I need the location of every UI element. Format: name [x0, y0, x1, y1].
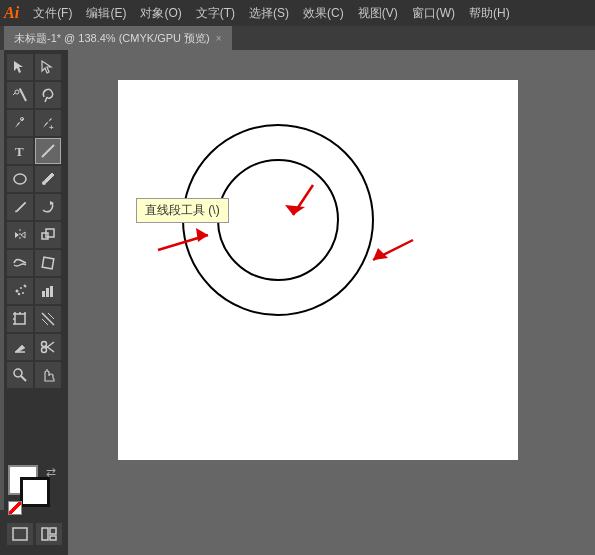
warp-tool-button[interactable] [7, 250, 33, 276]
tab-bar: 未标题-1* @ 138.4% (CMYK/GPU 预览) × [0, 26, 595, 50]
tool-row-pen: + [7, 110, 61, 136]
swap-colors-button[interactable]: ⇄ [46, 465, 60, 479]
title-bar: Ai 文件(F) 编辑(E) 对象(O) 文字(T) 选择(S) 效果(C) 视… [0, 0, 595, 26]
active-tab[interactable]: 未标题-1* @ 138.4% (CMYK/GPU 预览) × [4, 26, 232, 50]
lasso-tool-button[interactable] [35, 82, 61, 108]
svg-point-8 [14, 174, 26, 184]
svg-rect-13 [42, 257, 54, 269]
svg-rect-11 [42, 233, 48, 239]
change-screen-mode-button[interactable] [7, 523, 33, 545]
add-anchor-tool-button[interactable]: + [35, 110, 61, 136]
none-swatch[interactable] [8, 501, 22, 515]
scissors-tool-button[interactable] [35, 334, 61, 360]
menu-view[interactable]: 视图(V) [352, 3, 404, 24]
tool-row-eraser [7, 334, 61, 360]
svg-text:T: T [15, 144, 24, 159]
selection-tool-button[interactable] [7, 54, 33, 80]
direct-selection-tool-button[interactable] [35, 54, 61, 80]
svg-point-9 [42, 181, 46, 185]
svg-line-35 [46, 346, 54, 352]
svg-line-30 [42, 319, 48, 325]
svg-point-15 [20, 287, 22, 289]
tool-row-zoom [7, 362, 61, 388]
tool-row-shape [7, 166, 61, 192]
symbol-spray-tool-button[interactable] [7, 278, 33, 304]
tool-row-type: T [7, 138, 61, 164]
slice-tool-button[interactable] [35, 306, 61, 332]
color-swatch-area: ⇄ [6, 465, 62, 517]
menu-bar: 文件(F) 编辑(E) 对象(O) 文字(T) 选择(S) 效果(C) 视图(V… [27, 3, 591, 24]
toolbar-bottom: ⇄ [0, 461, 68, 555]
svg-point-33 [42, 342, 47, 347]
pen-tool-button[interactable] [7, 110, 33, 136]
free-transform-tool-button[interactable] [35, 250, 61, 276]
svg-text:+: + [49, 123, 54, 131]
tab-label: 未标题-1* @ 138.4% (CMYK/GPU 预览) [14, 31, 210, 46]
svg-point-32 [42, 348, 47, 353]
circles-drawing [168, 110, 388, 330]
main-area: + T [0, 50, 595, 555]
svg-rect-21 [15, 314, 25, 324]
svg-line-29 [48, 313, 54, 319]
svg-point-16 [22, 292, 24, 294]
svg-line-28 [42, 313, 54, 325]
artboard-tool-button[interactable] [7, 306, 33, 332]
svg-rect-18 [42, 291, 45, 297]
menu-window[interactable]: 窗口(W) [406, 3, 461, 24]
type-tool-button[interactable]: T [7, 138, 33, 164]
tool-row-warp [7, 250, 61, 276]
tool-row-pencil [7, 194, 61, 220]
menu-select[interactable]: 选择(S) [243, 3, 295, 24]
svg-line-2 [13, 93, 15, 95]
column-graph-tool-button[interactable] [35, 278, 61, 304]
artboards-button[interactable] [36, 523, 62, 545]
menu-object[interactable]: 对象(O) [134, 3, 187, 24]
menu-edit[interactable]: 编辑(E) [80, 3, 132, 24]
pencil-tool-button[interactable] [7, 194, 33, 220]
tool-row-artboard [7, 306, 61, 332]
svg-line-7 [42, 145, 54, 157]
svg-rect-42 [50, 536, 56, 540]
app-logo: Ai [4, 4, 19, 22]
menu-file[interactable]: 文件(F) [27, 3, 78, 24]
stroke-swatch[interactable] [20, 477, 50, 507]
magic-wand-tool-button[interactable] [7, 82, 33, 108]
menu-help[interactable]: 帮助(H) [463, 3, 516, 24]
svg-rect-41 [50, 528, 56, 534]
eraser-tool-button[interactable] [7, 334, 33, 360]
svg-point-44 [218, 160, 338, 280]
svg-point-14 [16, 290, 19, 293]
svg-point-17 [18, 293, 20, 295]
svg-rect-40 [42, 528, 48, 540]
hand-tool-button[interactable] [35, 362, 61, 388]
canvas-area[interactable]: 直线段工具 (\) [68, 50, 595, 555]
extra-buttons-row [7, 523, 62, 545]
line-segment-tool-button[interactable] [35, 138, 61, 164]
svg-point-36 [14, 369, 22, 377]
paintbrush-tool-button[interactable] [35, 166, 61, 192]
rotate-tool-button[interactable] [35, 194, 61, 220]
scale-tool-button[interactable] [35, 222, 61, 248]
menu-type[interactable]: 文字(T) [190, 3, 241, 24]
scroll-indicator [0, 50, 4, 510]
tool-row-magic [7, 82, 61, 108]
svg-rect-39 [13, 528, 27, 540]
toolbar: + T [0, 50, 68, 555]
zoom-tool-button[interactable] [7, 362, 33, 388]
svg-rect-20 [50, 286, 53, 297]
mirror-tool-button[interactable] [7, 222, 33, 248]
svg-line-0 [20, 89, 26, 101]
svg-point-1 [15, 90, 19, 94]
svg-line-37 [21, 376, 26, 381]
ellipse-tool-button[interactable] [7, 166, 33, 192]
tool-row-mirror [7, 222, 61, 248]
menu-effect[interactable]: 效果(C) [297, 3, 350, 24]
tool-row-selection [7, 54, 61, 80]
tool-row-spray [7, 278, 61, 304]
svg-point-43 [183, 125, 373, 315]
tab-close-button[interactable]: × [216, 33, 222, 44]
svg-rect-19 [46, 288, 49, 297]
